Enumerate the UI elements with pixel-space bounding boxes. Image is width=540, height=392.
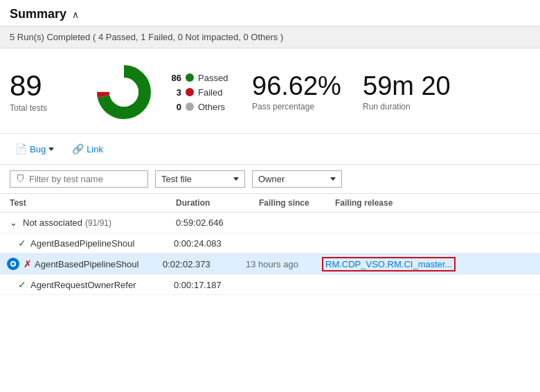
group-name: Not associated bbox=[23, 217, 82, 228]
col-header-test: Test bbox=[10, 198, 176, 208]
table-row: ✓ AgentBasedPipelineShoul 0:00:24.083 bbox=[0, 233, 540, 253]
group-count: (91/91) bbox=[85, 218, 111, 228]
pass-icon-3: ✓ bbox=[18, 279, 26, 290]
test-duration-2: 0:02:02.373 bbox=[163, 259, 246, 269]
svg-point-4 bbox=[12, 262, 15, 265]
pass-percentage-value: 96.62% bbox=[252, 73, 341, 99]
test-file-dropdown[interactable]: Test file bbox=[155, 170, 245, 188]
legend-failed: 3 Failed bbox=[166, 87, 228, 98]
test-file-label: Test file bbox=[161, 174, 192, 184]
failed-dot bbox=[186, 88, 194, 96]
failed-count: 3 bbox=[166, 87, 181, 98]
filters-row: ⛉ Test file Owner bbox=[0, 165, 540, 194]
summary-bar: 5 Run(s) Completed ( 4 Passed, 1 Failed,… bbox=[0, 26, 540, 48]
bug-icon: 📄 bbox=[15, 143, 27, 154]
test-failing-since-2: 13 hours ago bbox=[246, 259, 322, 269]
passed-count: 86 bbox=[166, 73, 181, 83]
stats-row: 89 Total tests 86 Passed 3 Failed 0 bbox=[0, 48, 540, 134]
test-duration-1: 0:00:24.083 bbox=[174, 238, 257, 249]
table-row: ✓ AgentRequestOwnerRefer 0:00:17.187 bbox=[0, 275, 540, 295]
donut-chart bbox=[93, 61, 155, 123]
test-name-cell-2: ✗ AgentBasedPipelineShoul bbox=[7, 258, 163, 270]
collapse-icon[interactable]: ∧ bbox=[72, 9, 79, 20]
others-count: 0 bbox=[166, 102, 181, 112]
filter-by-test-name-input[interactable] bbox=[29, 174, 140, 184]
filter-input-container[interactable]: ⛉ bbox=[10, 170, 148, 188]
passed-label: Passed bbox=[198, 73, 228, 83]
chart-legend: 86 Passed 3 Failed 0 Others bbox=[166, 73, 228, 112]
run-duration-value: 59m 20 bbox=[363, 73, 451, 99]
group-row-not-associated: ⌄ Not associated (91/91) 0:59:02.646 bbox=[0, 213, 540, 233]
summary-bar-text: 5 Run(s) Completed ( 4 Passed, 1 Failed,… bbox=[10, 32, 283, 42]
total-tests-label: Total tests bbox=[10, 103, 47, 113]
run-duration-section: 59m 20 Run duration bbox=[342, 73, 451, 112]
link-button[interactable]: 🔗 Link bbox=[66, 141, 109, 157]
failing-release-link[interactable]: RM.CDP_VSO.RM.CI_master... bbox=[322, 257, 456, 271]
test-results-table: Test Duration Failing since Failing rele… bbox=[0, 194, 540, 295]
legend-others: 0 Others bbox=[166, 102, 228, 112]
indicator-circle bbox=[7, 258, 19, 270]
table-row: ✗ AgentBasedPipelineShoul 0:02:02.373 13… bbox=[0, 253, 540, 275]
owner-label: Owner bbox=[258, 174, 285, 184]
bug-dropdown-icon bbox=[48, 148, 54, 151]
group-label-not-associated: ⌄ Not associated (91/91) bbox=[10, 217, 176, 228]
total-tests-count: 89 bbox=[10, 71, 42, 100]
bug-button[interactable]: 📄 Bug bbox=[10, 141, 60, 157]
failed-label: Failed bbox=[198, 87, 222, 98]
total-tests-section: 89 Total tests bbox=[10, 71, 93, 113]
col-header-failing-since: Failing since bbox=[259, 198, 335, 208]
link-label: Link bbox=[87, 144, 103, 154]
test-duration-3: 0:00:17.187 bbox=[174, 280, 257, 290]
col-header-duration: Duration bbox=[176, 198, 259, 208]
page-title: Summary bbox=[10, 7, 66, 21]
owner-dropdown[interactable]: Owner bbox=[252, 170, 342, 188]
group-duration: 0:59:02.646 bbox=[176, 217, 259, 228]
test-name-cell-3: ✓ AgentRequestOwnerRefer bbox=[18, 279, 174, 290]
others-dot bbox=[186, 103, 194, 111]
link-icon: 🔗 bbox=[72, 143, 84, 154]
table-header-row: Test Duration Failing since Failing rele… bbox=[0, 194, 540, 213]
test-name-2: AgentBasedPipelineShoul bbox=[35, 259, 138, 269]
group-expand-icon[interactable]: ⌄ bbox=[10, 217, 17, 228]
legend-passed: 86 Passed bbox=[166, 73, 228, 83]
action-toolbar: 📄 Bug 🔗 Link bbox=[0, 134, 540, 165]
test-name-3: AgentRequestOwnerRefer bbox=[30, 280, 136, 290]
pass-percentage-label: Pass percentage bbox=[252, 102, 314, 112]
run-duration-label: Run duration bbox=[363, 102, 411, 112]
test-failing-release-2[interactable]: RM.CDP_VSO.RM.CI_master... bbox=[322, 259, 530, 269]
fail-icon-2: ✗ bbox=[24, 258, 32, 269]
passed-dot bbox=[186, 73, 194, 82]
pass-icon-1: ✓ bbox=[18, 238, 26, 249]
owner-dropdown-arrow bbox=[330, 177, 336, 181]
test-file-dropdown-arrow bbox=[233, 177, 239, 181]
donut-section: 86 Passed 3 Failed 0 Others bbox=[93, 61, 231, 123]
svg-point-2 bbox=[109, 78, 138, 107]
test-name-cell-1: ✓ AgentBasedPipelineShoul bbox=[18, 238, 174, 249]
page-header: Summary ∧ bbox=[0, 0, 540, 26]
pass-percentage-section: 96.62% Pass percentage bbox=[231, 73, 342, 112]
test-name-1: AgentBasedPipelineShoul bbox=[30, 238, 134, 249]
bug-label: Bug bbox=[30, 144, 46, 154]
filter-icon: ⛉ bbox=[16, 174, 25, 184]
col-header-failing-release: Failing release bbox=[335, 198, 530, 208]
others-label: Others bbox=[198, 102, 225, 112]
